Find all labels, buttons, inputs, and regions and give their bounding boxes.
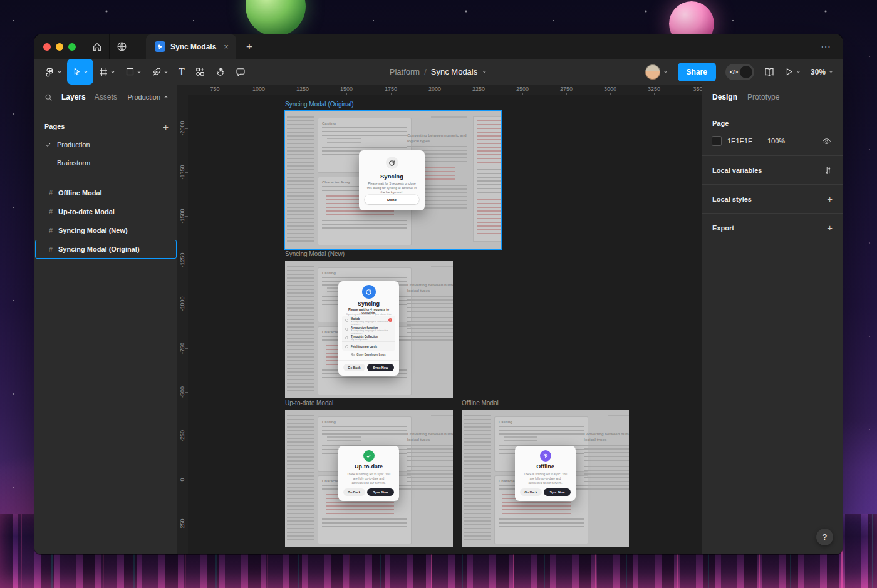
- close-window-button[interactable]: [43, 43, 51, 51]
- page-selector[interactable]: Production: [127, 93, 169, 101]
- offline-modal: Offline There is nothing left to sync. Y…: [515, 446, 576, 501]
- home-button[interactable]: [85, 34, 109, 59]
- breadcrumb: Platform / Sync Modals: [390, 67, 487, 76]
- done-button[interactable]: Done: [365, 195, 419, 204]
- layer-item-syncing-modal-original[interactable]: # Syncing Modal (Original): [35, 240, 177, 259]
- color-swatch[interactable]: [712, 137, 721, 145]
- sync-now-button[interactable]: Sync Now: [367, 364, 394, 371]
- tab-layers[interactable]: Layers: [61, 93, 86, 101]
- color-hex-value[interactable]: 1E1E1E: [727, 137, 752, 145]
- frame-title-uptodate[interactable]: Up-to-date Modal: [285, 400, 333, 406]
- canvas-frame-syncing-original[interactable]: Casting Character Array Converting betwe…: [285, 111, 501, 249]
- library-button[interactable]: [764, 66, 775, 78]
- ruler-label: 1750: [385, 86, 397, 92]
- zoom-menu[interactable]: 30%: [811, 68, 834, 76]
- page-item-production[interactable]: Production: [34, 135, 177, 153]
- hand-tool-button[interactable]: [210, 59, 231, 85]
- move-tool-button[interactable]: [67, 59, 93, 85]
- actions-tool-button[interactable]: [190, 59, 210, 85]
- chevron-down-icon: [83, 70, 88, 75]
- tab-design[interactable]: Design: [712, 93, 737, 101]
- pen-tool-icon: [152, 67, 162, 77]
- frame-title-offline[interactable]: Offline Modal: [462, 400, 499, 406]
- minimize-window-button[interactable]: [56, 43, 63, 51]
- share-button[interactable]: Share: [678, 63, 716, 81]
- copy-developer-logs-link[interactable]: Copy Developer Logs: [338, 353, 399, 356]
- home-icon: [92, 42, 102, 52]
- page-selector-value: Production: [127, 93, 160, 101]
- zoom-value: 30%: [811, 68, 826, 76]
- layer-item-offline-modal[interactable]: # Offline Modal: [35, 183, 177, 202]
- breadcrumb-file[interactable]: Sync Modals: [431, 67, 477, 76]
- tab-prototype[interactable]: Prototype: [747, 93, 779, 101]
- tab-close-icon[interactable]: ×: [221, 42, 229, 51]
- pen-tool-button[interactable]: [147, 59, 174, 85]
- ruler-corner: [177, 85, 188, 95]
- present-button[interactable]: [784, 67, 801, 76]
- status-ring-icon: [345, 328, 348, 331]
- chevron-down-icon[interactable]: [482, 69, 487, 75]
- go-back-button[interactable]: Go Back: [343, 364, 365, 371]
- text-tool-button[interactable]: T: [174, 59, 190, 85]
- sync-now-button[interactable]: Sync Now: [367, 488, 394, 496]
- active-file-tab[interactable]: Sync Modals ×: [146, 34, 236, 59]
- section-label: Local variables: [712, 167, 762, 174]
- chevron-down-icon: [828, 69, 834, 75]
- faux-text-lines: [287, 415, 314, 540]
- layer-item-uptodate-modal[interactable]: # Up-to-date Modal: [35, 202, 177, 221]
- ruler-label: 3250: [648, 86, 660, 92]
- figma-menu-icon: [44, 66, 55, 77]
- faux-text-lines: [287, 266, 314, 391]
- page-item-brainstorm[interactable]: Brainstorm: [34, 153, 177, 172]
- frame-title-syncing-new[interactable]: Syncing Modal (New): [285, 250, 345, 257]
- canvas-frame-syncing-new[interactable]: Casting Character Array Converting betwe…: [285, 261, 453, 398]
- ruler-label: 750: [210, 86, 219, 92]
- community-button[interactable]: [110, 34, 133, 59]
- ruler-label: -1000: [179, 296, 185, 311]
- go-back-button[interactable]: Go Back: [520, 488, 542, 496]
- add-page-button[interactable]: +: [163, 121, 169, 132]
- code-icon: </>: [730, 69, 738, 75]
- chevron-down-icon: [796, 69, 801, 75]
- account-menu[interactable]: [645, 64, 668, 80]
- layer-item-syncing-modal-new[interactable]: # Syncing Modal (New): [35, 221, 177, 240]
- canvas[interactable]: 750 1000 1250 1500 1750 2000 2250 2500 2…: [177, 85, 702, 554]
- breadcrumb-project[interactable]: Platform: [390, 67, 420, 76]
- layer-item-label: Syncing Modal (Original): [58, 245, 140, 253]
- dev-mode-toggle[interactable]: </>: [725, 64, 754, 80]
- modal-title: Syncing: [338, 301, 399, 307]
- book-icon: [764, 66, 775, 78]
- vertical-ruler: -2000 -1750 -1500 -1250 -1000 -750 -500 …: [177, 95, 188, 554]
- help-button[interactable]: ?: [816, 529, 833, 545]
- status-ring-icon: [345, 336, 348, 339]
- frame-tool-button[interactable]: [93, 59, 120, 85]
- export-section[interactable]: Export +: [702, 214, 843, 242]
- comment-tool-button[interactable]: [231, 59, 251, 85]
- add-style-button[interactable]: +: [827, 193, 833, 204]
- search-icon[interactable]: [44, 93, 53, 101]
- modal-body: There is nothing left to sync. You are f…: [346, 472, 391, 486]
- syncing-new-modal: Syncing Please wait for 4 requests to co…: [338, 281, 399, 376]
- section-label: Export: [712, 224, 734, 232]
- figma-menu-button[interactable]: [39, 59, 67, 85]
- chevron-down-icon: [163, 70, 169, 75]
- local-variables-section[interactable]: Local variables: [702, 156, 843, 185]
- pages-header-row: Pages +: [34, 118, 177, 135]
- canvas-frame-offline[interactable]: Casting Character Array Converting betwe…: [462, 410, 629, 547]
- frame-title-syncing-original[interactable]: Syncing Modal (Original): [285, 101, 354, 108]
- window-overflow-menu[interactable]: ⋯: [821, 41, 831, 53]
- maximize-window-button[interactable]: [68, 43, 76, 51]
- tab-title: Sync Modals: [170, 43, 216, 51]
- tab-assets[interactable]: Assets: [95, 93, 117, 101]
- sync-now-button[interactable]: Sync Now: [544, 488, 571, 496]
- backdrop-middle-column: Converting between numeric and logical t…: [407, 266, 453, 342]
- shape-tool-button[interactable]: [120, 59, 147, 85]
- canvas-frame-uptodate[interactable]: Casting Character Array Converting betwe…: [285, 410, 453, 547]
- local-styles-section[interactable]: Local styles +: [702, 185, 843, 214]
- add-export-button[interactable]: +: [827, 222, 833, 233]
- sliders-icon[interactable]: [824, 166, 833, 175]
- eye-icon[interactable]: [822, 137, 831, 146]
- new-tab-button[interactable]: +: [246, 41, 252, 53]
- go-back-button[interactable]: Go Back: [343, 488, 365, 496]
- opacity-value[interactable]: 100%: [767, 137, 785, 145]
